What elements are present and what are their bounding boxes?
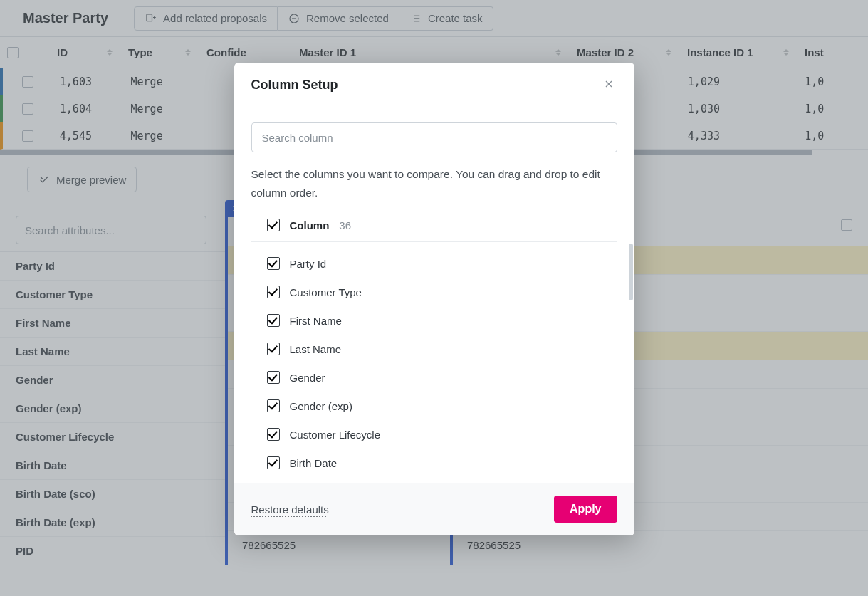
column-item-label: Party Id (290, 258, 327, 270)
app-root: Master Party Add related proposals Remov… (0, 0, 868, 596)
column-list: Party Id Customer Type First Name Last N… (251, 242, 617, 480)
column-checkbox[interactable] (267, 314, 280, 327)
column-checkbox[interactable] (267, 343, 280, 355)
column-item[interactable]: Party Id (267, 249, 617, 278)
dialog-header: Column Setup (234, 63, 634, 108)
close-icon (603, 78, 615, 90)
column-item[interactable]: Last Name (267, 335, 617, 363)
column-item-label: First Name (290, 315, 342, 327)
column-master-row: Column 36 (251, 216, 617, 242)
column-item-label: Gender (290, 372, 325, 384)
dialog-close-button[interactable] (600, 75, 617, 95)
dialog-title: Column Setup (251, 78, 338, 93)
column-checkbox[interactable] (267, 428, 280, 441)
column-item[interactable]: Customer Lifecycle (267, 420, 617, 449)
dialog-body: Select the columns you want to compare. … (234, 108, 634, 483)
column-item[interactable]: Gender (exp) (267, 392, 617, 420)
column-header-label: Column (290, 219, 330, 231)
column-item-label: Gender (exp) (290, 400, 352, 412)
column-item[interactable]: Birth Date (267, 449, 617, 477)
column-item[interactable]: Customer Type (267, 278, 617, 306)
select-all-columns-checkbox[interactable] (267, 219, 280, 231)
column-item-label: Last Name (290, 343, 342, 355)
column-checkbox[interactable] (267, 456, 280, 469)
column-checkbox[interactable] (267, 286, 280, 298)
column-checkbox[interactable] (267, 371, 280, 384)
column-search-input[interactable] (251, 122, 617, 152)
restore-defaults-button[interactable]: Restore defaults (251, 503, 329, 516)
column-item-label: Customer Type (290, 286, 362, 298)
dialog-description: Select the columns you want to compare. … (251, 165, 617, 202)
column-item-label: Birth Date (290, 457, 338, 469)
dialog-scrollbar[interactable] (629, 244, 633, 300)
column-item-label: Customer Lifecycle (290, 429, 381, 441)
modal-overlay[interactable]: Column Setup Select the columns you want… (0, 0, 868, 596)
column-setup-dialog: Column Setup Select the columns you want… (234, 63, 634, 535)
column-checkbox[interactable] (267, 257, 280, 270)
column-item[interactable]: Gender (267, 363, 617, 392)
apply-button[interactable]: Apply (554, 496, 617, 523)
column-checkbox[interactable] (267, 399, 280, 412)
dialog-footer: Restore defaults Apply (234, 483, 634, 535)
column-count: 36 (339, 219, 351, 231)
column-item[interactable]: First Name (267, 306, 617, 335)
